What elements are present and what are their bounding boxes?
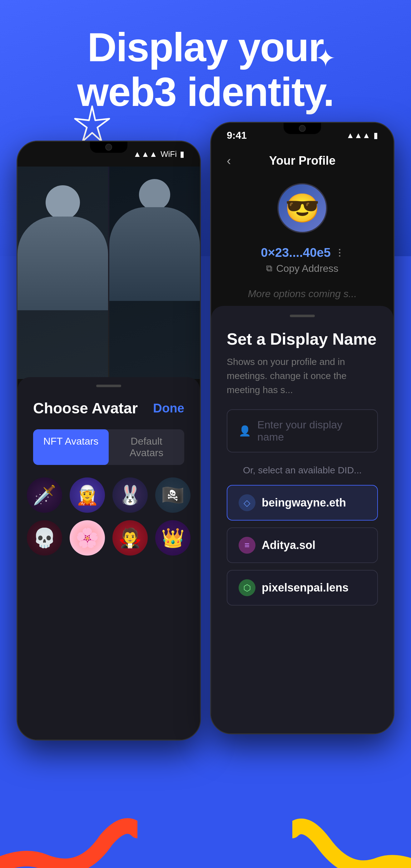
wallet-address: 0×23....40e5 ⋮ — [211, 239, 393, 263]
avatar-grid: 🗡️ 🧝 🐰 🏴‍☠️ 💀 🌸 🧛 👑 — [18, 477, 200, 556]
did-name-eth: beingwayne.eth — [262, 496, 346, 509]
lens-icon: ⬡ — [239, 579, 255, 596]
choose-avatar-sheet: Choose Avatar Done NFT Avatars Default A… — [18, 377, 200, 740]
sol-icon: ≡ — [239, 537, 255, 554]
notch — [90, 142, 127, 153]
or-select-did-label: Or, select an available DID... — [211, 462, 393, 485]
left-status-bar: ▲▲▲ WiFi ▮ — [18, 142, 200, 166]
did-option-eth[interactable]: ◇ beingwayne.eth — [227, 485, 378, 521]
avatar-item-7[interactable]: 👑 — [155, 520, 191, 556]
more-options-text: More options coming s... — [211, 282, 393, 306]
battery-icon: ▮ — [180, 149, 184, 159]
profile-top-bar: ‹ Your Profile — [211, 148, 393, 174]
avatar-item-1[interactable]: 🧝 — [70, 477, 105, 513]
tab-nft-avatars[interactable]: NFT Avatars — [33, 429, 109, 465]
right-status-time: 9:41 — [227, 130, 247, 141]
avatar-emoji: 😎 — [285, 192, 320, 225]
sheet-title: Choose Avatar — [33, 400, 138, 417]
left-phone-body: Choose Avatar Done NFT Avatars Default A… — [18, 166, 200, 740]
avatar-item-5[interactable]: 🌸 — [70, 520, 105, 556]
avatar-item-6[interactable]: 🧛 — [113, 520, 148, 556]
address-options-icon[interactable]: ⋮ — [335, 247, 344, 258]
sheet-handle — [96, 384, 121, 387]
profile-title: Your Profile — [269, 154, 336, 167]
did-option-lens[interactable]: ⬡ pixelsenpai.lens — [227, 570, 378, 606]
user-icon: 👤 — [239, 425, 251, 437]
sparkle-icon: ✦ — [315, 44, 336, 73]
copy-icon: ⧉ — [266, 264, 272, 274]
left-phone: ▲▲▲ WiFi ▮ — [17, 141, 201, 741]
profile-avatar-area: 😎 — [211, 174, 393, 239]
did-option-sol[interactable]: ≡ Aditya.sol — [227, 527, 378, 563]
right-phone: 9:41 ▲▲▲ ▮ ‹ Your Profile 😎 0×23....40e5 — [210, 122, 394, 734]
did-name-lens: pixelsenpai.lens — [262, 581, 349, 594]
hero-title: Display your web3 identity. — [0, 25, 411, 114]
display-name-sheet: Set a Display Name Shows on your profile… — [211, 306, 393, 733]
display-name-input-field[interactable]: 👤 Enter your display name — [227, 409, 378, 453]
display-name-placeholder: Enter your display name — [257, 419, 366, 443]
phones-container: ▲▲▲ WiFi ▮ — [0, 122, 411, 809]
hero-title-line2: web3 identity. — [77, 69, 334, 115]
avatar-item-2[interactable]: 🐰 — [113, 477, 148, 513]
tab-default-avatars[interactable]: Default Avatars — [109, 429, 184, 465]
video-tile-1 — [18, 166, 108, 379]
eth-icon: ◇ — [239, 494, 255, 511]
set-display-name-title: Set a Display Name — [211, 330, 393, 354]
left-status-icons: ▲▲▲ WiFi ▮ — [133, 149, 184, 159]
camera-dot — [105, 144, 112, 151]
avatar-item-3[interactable]: 🏴‍☠️ — [155, 477, 191, 513]
back-button[interactable]: ‹ — [227, 154, 231, 168]
right-battery-icon: ▮ — [374, 131, 378, 140]
set-display-name-desc: Shows on your profile and in meetings. c… — [211, 354, 393, 409]
avatar-item-4[interactable]: 💀 — [27, 520, 62, 556]
sheet-header: Choose Avatar Done — [18, 400, 200, 429]
hero-title-line1: Display your — [88, 24, 323, 70]
signal-icon: ▲▲▲ — [133, 149, 157, 159]
video-tile-2 — [109, 166, 200, 379]
right-status-icons: ▲▲▲ ▮ — [346, 131, 378, 140]
avatar-tabs: NFT Avatars Default Avatars — [33, 429, 184, 465]
copy-address-row[interactable]: ⧉ Copy Address — [211, 263, 393, 282]
wifi-icon: WiFi — [161, 149, 177, 159]
right-phone-body: ‹ Your Profile 😎 0×23....40e5 ⋮ ⧉ Copy A… — [211, 148, 393, 733]
right-status-bar: 9:41 ▲▲▲ ▮ — [211, 123, 393, 148]
done-button[interactable]: Done — [153, 401, 184, 415]
profile-avatar[interactable]: 😎 — [277, 183, 327, 233]
did-name-sol: Aditya.sol — [262, 539, 315, 552]
rp-sheet-handle — [290, 315, 315, 317]
avatar-item-0[interactable]: 🗡️ — [27, 477, 62, 513]
video-area — [18, 166, 200, 379]
right-notch — [284, 123, 321, 134]
right-signal-icon: ▲▲▲ — [346, 131, 370, 140]
right-camera-dot — [299, 125, 306, 132]
